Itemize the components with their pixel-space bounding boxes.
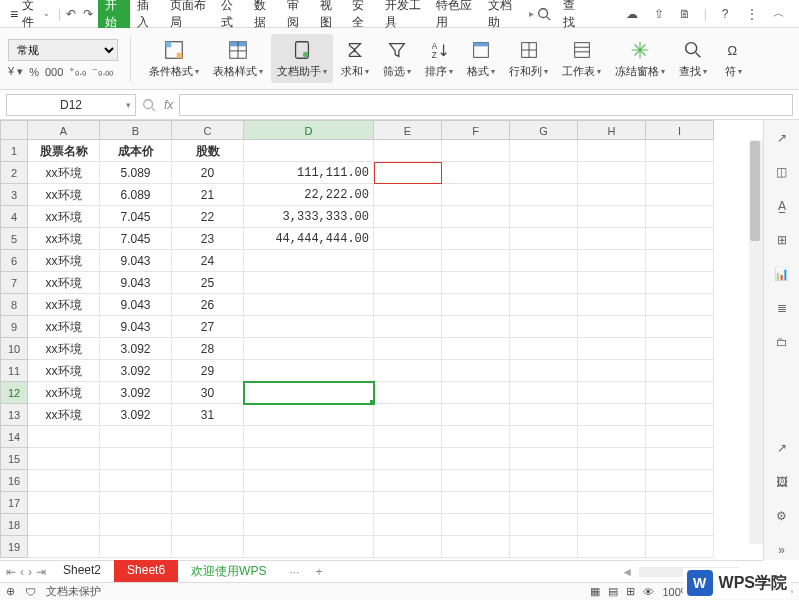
row-header-2[interactable]: 2	[0, 162, 28, 184]
cell-E14[interactable]	[374, 426, 442, 448]
cell-B15[interactable]	[100, 448, 172, 470]
cell-D7[interactable]	[244, 272, 374, 294]
cell-E16[interactable]	[374, 470, 442, 492]
cell-I19[interactable]	[646, 536, 714, 558]
cell-E19[interactable]	[374, 536, 442, 558]
currency-button[interactable]: ¥ ▾	[8, 65, 23, 78]
cell-I17[interactable]	[646, 492, 714, 514]
cell-G1[interactable]	[510, 140, 578, 162]
cell-G17[interactable]	[510, 492, 578, 514]
cell-H19[interactable]	[578, 536, 646, 558]
col-header-C[interactable]: C	[172, 120, 244, 140]
cell-H4[interactable]	[578, 206, 646, 228]
sheet-first-icon[interactable]: ⇤	[6, 565, 16, 579]
row-header-13[interactable]: 13	[0, 404, 28, 426]
cell-I9[interactable]	[646, 316, 714, 338]
cell-I10[interactable]	[646, 338, 714, 360]
cell-F11[interactable]	[442, 360, 510, 382]
row-header-19[interactable]: 19	[0, 536, 28, 558]
row-header-3[interactable]: 3	[0, 184, 28, 206]
cell-G2[interactable]	[510, 162, 578, 184]
backup-icon[interactable]: 🗀	[772, 332, 792, 352]
cell-B14[interactable]	[100, 426, 172, 448]
cell-D5[interactable]: 44,444,444.00	[244, 228, 374, 250]
cell-C17[interactable]	[172, 492, 244, 514]
undo-icon[interactable]: ↶	[63, 5, 78, 23]
cell-I11[interactable]	[646, 360, 714, 382]
cell-C15[interactable]	[172, 448, 244, 470]
cell-D19[interactable]	[244, 536, 374, 558]
cell-H13[interactable]	[578, 404, 646, 426]
row-header-12[interactable]: 12	[0, 382, 28, 404]
number-format-select[interactable]: 常规	[8, 39, 118, 61]
row-header-9[interactable]: 9	[0, 316, 28, 338]
sheet-tab-Sheet6[interactable]: Sheet6	[114, 560, 178, 583]
scrollbar-thumb[interactable]	[750, 141, 760, 241]
cell-A13[interactable]: xx环境	[28, 404, 100, 426]
formula-input[interactable]	[179, 94, 793, 116]
cell-E2[interactable]	[374, 162, 442, 184]
cell-H12[interactable]	[578, 382, 646, 404]
cell-C5[interactable]: 23	[172, 228, 244, 250]
cell-C18[interactable]	[172, 514, 244, 536]
settings-gear-icon[interactable]: ⊕	[6, 585, 15, 598]
cell-E13[interactable]	[374, 404, 442, 426]
cell-A17[interactable]	[28, 492, 100, 514]
cell-C3[interactable]: 21	[172, 184, 244, 206]
cell-C11[interactable]: 29	[172, 360, 244, 382]
row-header-14[interactable]: 14	[0, 426, 28, 448]
cell-I14[interactable]	[646, 426, 714, 448]
cell-D13[interactable]	[244, 404, 374, 426]
select-icon[interactable]: ◫	[772, 162, 792, 182]
cell-F15[interactable]	[442, 448, 510, 470]
cell-F7[interactable]	[442, 272, 510, 294]
row-header-16[interactable]: 16	[0, 470, 28, 492]
cell-E12[interactable]	[374, 382, 442, 404]
cell-B5[interactable]: 7.045	[100, 228, 172, 250]
sheet-tab-欢迎使用WPS[interactable]: 欢迎使用WPS	[178, 560, 279, 583]
cell-A14[interactable]	[28, 426, 100, 448]
cell-E9[interactable]	[374, 316, 442, 338]
cell-B1[interactable]: 成本价	[100, 140, 172, 162]
cell-B7[interactable]: 9.043	[100, 272, 172, 294]
cell-I12[interactable]	[646, 382, 714, 404]
cell-H17[interactable]	[578, 492, 646, 514]
cell-E7[interactable]	[374, 272, 442, 294]
view-reading-icon[interactable]: 👁	[643, 586, 654, 598]
note-icon[interactable]: 🗎	[677, 5, 694, 23]
more-icon[interactable]: ⋮	[744, 5, 761, 23]
cell-C6[interactable]: 24	[172, 250, 244, 272]
pointer-icon[interactable]: ↗	[772, 128, 792, 148]
row-header-1[interactable]: 1	[0, 140, 28, 162]
cell-G5[interactable]	[510, 228, 578, 250]
cell-I6[interactable]	[646, 250, 714, 272]
cell-F6[interactable]	[442, 250, 510, 272]
hscroll-left-icon[interactable]: ◄	[621, 565, 633, 579]
settings-icon[interactable]: ⚙	[772, 506, 792, 526]
cancel-formula-icon[interactable]	[142, 98, 156, 112]
cell-F19[interactable]	[442, 536, 510, 558]
ribbon-worksheet[interactable]: 工作表▾	[556, 38, 607, 79]
cell-I8[interactable]	[646, 294, 714, 316]
cell-C14[interactable]	[172, 426, 244, 448]
sheet-next-icon[interactable]: ›	[28, 565, 32, 579]
cell-E3[interactable]	[374, 184, 442, 206]
ribbon-table-style[interactable]: 表格样式▾	[207, 38, 269, 79]
redo-icon[interactable]: ↷	[80, 5, 95, 23]
cell-A12[interactable]: xx环境	[28, 382, 100, 404]
cell-E18[interactable]	[374, 514, 442, 536]
cell-B12[interactable]: 3.092	[100, 382, 172, 404]
row-header-6[interactable]: 6	[0, 250, 28, 272]
share-icon[interactable]: ⇧	[650, 5, 667, 23]
sheet-more-icon[interactable]: ···	[283, 565, 305, 579]
cell-I16[interactable]	[646, 470, 714, 492]
cell-D14[interactable]	[244, 426, 374, 448]
cell-B2[interactable]: 5.089	[100, 162, 172, 184]
cell-D3[interactable]: 22,222.00	[244, 184, 374, 206]
styles-icon[interactable]: A̲	[772, 196, 792, 216]
cell-A5[interactable]: xx环境	[28, 228, 100, 250]
cell-C2[interactable]: 20	[172, 162, 244, 184]
cell-D12[interactable]	[244, 382, 374, 404]
cell-A9[interactable]: xx环境	[28, 316, 100, 338]
cell-F9[interactable]	[442, 316, 510, 338]
